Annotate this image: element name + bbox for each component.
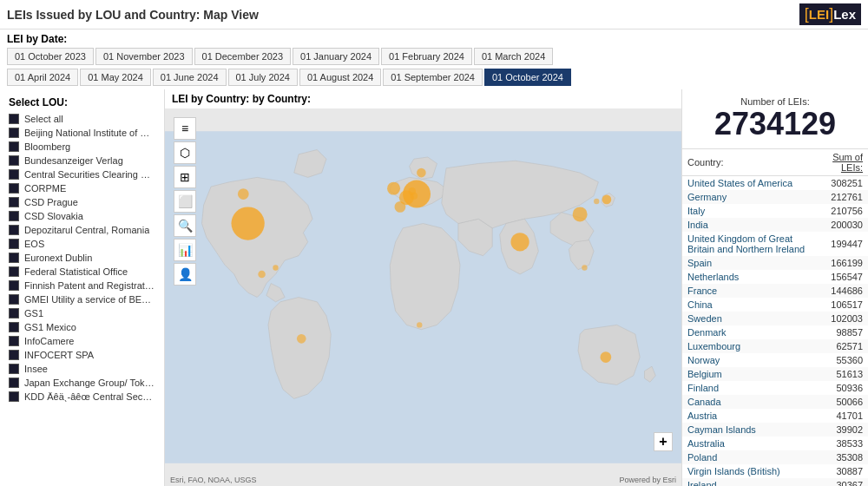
count-cell: 30367 (813, 478, 868, 486)
sidebar-item-3[interactable]: Bundesanzeiger Verlag (0, 154, 164, 167)
table-row[interactable]: Netherlands156547 (682, 270, 868, 284)
country-cell: Poland (682, 450, 813, 464)
table-row[interactable]: Luxembourg62571 (682, 339, 868, 353)
count-cell: 50936 (813, 381, 868, 395)
date-button-7[interactable]: 01 May 2024 (80, 69, 151, 86)
checkbox-11[interactable] (9, 266, 19, 277)
checkbox-1[interactable] (9, 128, 19, 138)
main-content: Select LOU: Select allBeijing National I… (0, 89, 868, 486)
table-row[interactable]: Italy210756 (682, 204, 868, 218)
table-row[interactable]: Ireland30367 (682, 478, 868, 486)
sidebar-item-6[interactable]: CSD Prague (0, 195, 164, 209)
checkbox-4[interactable] (9, 169, 19, 180)
date-button-3[interactable]: 01 January 2024 (293, 48, 379, 65)
date-button-4[interactable]: 01 February 2024 (381, 48, 472, 65)
checkbox-20[interactable] (9, 391, 19, 402)
sidebar-label-4: Central Securities Clearing System... (24, 169, 155, 180)
sidebar-item-1[interactable]: Beijing National Institute of Financi... (0, 126, 164, 140)
sidebar-item-7[interactable]: CSD Slovakia (0, 209, 164, 223)
sidebar-item-18[interactable]: Insee (0, 362, 164, 376)
checkbox-18[interactable] (9, 364, 19, 374)
table-row[interactable]: China106517 (682, 298, 868, 312)
table-row[interactable]: Belgium51613 (682, 367, 868, 381)
table-row[interactable]: Norway55360 (682, 353, 868, 367)
sidebar-item-9[interactable]: EOS (0, 237, 164, 251)
map-tool-menu[interactable]: ≡ (174, 117, 196, 140)
table-row[interactable]: Spain166199 (682, 256, 868, 270)
checkbox-2[interactable] (9, 141, 19, 152)
map-tool-chart[interactable]: 📊 (174, 239, 196, 261)
date-button-1[interactable]: 01 November 2023 (95, 48, 193, 65)
sidebar-label-9: EOS (24, 239, 44, 249)
checkbox-17[interactable] (9, 350, 19, 360)
checkbox-3[interactable] (9, 155, 19, 166)
sidebar-item-11[interactable]: Federal Statistical Office (0, 265, 164, 279)
date-button-10[interactable]: 01 August 2024 (299, 69, 381, 86)
table-row[interactable]: Sweden102003 (682, 312, 868, 325)
lei-count-box: Number of LEIs: 2734129 (682, 89, 868, 149)
sidebar-item-4[interactable]: Central Securities Clearing System... (0, 167, 164, 181)
table-row[interactable]: Finland50936 (682, 381, 868, 395)
checkbox-6[interactable] (9, 197, 19, 207)
sidebar-item-15[interactable]: GS1 Mexico (0, 320, 164, 334)
map-zoom-in[interactable]: + (654, 432, 673, 451)
map-tool-user[interactable]: 👤 (174, 263, 196, 286)
checkbox-8[interactable] (9, 225, 19, 235)
date-button-2[interactable]: 01 December 2023 (194, 48, 292, 65)
sidebar-item-14[interactable]: GS1 (0, 306, 164, 320)
table-row[interactable]: Canada50066 (682, 395, 868, 409)
table-row[interactable]: Germany212761 (682, 190, 868, 204)
checkbox-9[interactable] (9, 239, 19, 249)
sidebar-item-0[interactable]: Select all (0, 112, 164, 126)
table-row[interactable]: Cayman Islands39902 (682, 423, 868, 437)
count-cell: 144686 (813, 284, 868, 298)
sidebar-item-17[interactable]: INFOCERT SPA (0, 348, 164, 362)
date-button-6[interactable]: 01 April 2024 (7, 69, 78, 86)
sidebar-item-13[interactable]: GMEI Utility a service of BED B.V. (0, 292, 164, 306)
table-row[interactable]: India200030 (682, 218, 868, 232)
date-button-8[interactable]: 01 June 2024 (153, 69, 227, 86)
count-cell: 39902 (813, 423, 868, 437)
sidebar-item-12[interactable]: Finnish Patent and Registration Offi... (0, 279, 164, 292)
checkbox-14[interactable] (9, 308, 19, 319)
table-row[interactable]: Virgin Islands (British)30887 (682, 464, 868, 478)
checkbox-19[interactable] (9, 378, 19, 388)
checkbox-15[interactable] (9, 322, 19, 332)
logo: [ LEI ] Lex (799, 3, 861, 25)
table-row[interactable]: Poland35308 (682, 450, 868, 464)
count-cell: 102003 (813, 312, 868, 325)
sidebar-item-10[interactable]: Euronext Dublin (0, 251, 164, 265)
table-row[interactable]: United Kingdom of Great Britain and Nort… (682, 232, 868, 256)
sidebar-item-5[interactable]: CORPME (0, 181, 164, 195)
table-row[interactable]: United States of America308251 (682, 175, 868, 190)
sidebar-item-19[interactable]: Japan Exchange Group/ Tokyo Stoc... (0, 376, 164, 390)
map-tool-search[interactable]: 🔍 (174, 214, 196, 237)
table-row[interactable]: France144686 (682, 284, 868, 298)
table-row[interactable]: Austria41701 (682, 409, 868, 423)
checkbox-16[interactable] (9, 336, 19, 346)
date-button-12[interactable]: 01 October 2024 (484, 69, 571, 86)
map-tool-select[interactable]: ⬜ (174, 190, 196, 213)
checkbox-10[interactable] (9, 253, 19, 263)
date-button-0[interactable]: 01 October 2023 (7, 48, 94, 65)
sidebar-item-8[interactable]: Depozitarul Central, Romania (0, 223, 164, 237)
table-row[interactable]: Denmark98857 (682, 325, 868, 339)
table-row[interactable]: Australia38533 (682, 437, 868, 450)
sidebar-item-20[interactable]: KDD Äêä¸‐âêœ Central Securities C... (0, 390, 164, 404)
checkbox-12[interactable] (9, 280, 19, 291)
date-button-9[interactable]: 01 July 2024 (228, 69, 298, 86)
sidebar-item-16[interactable]: InfoCamere (0, 334, 164, 348)
date-button-5[interactable]: 01 March 2024 (474, 48, 553, 65)
checkbox-0[interactable] (9, 114, 19, 124)
sidebar-items: Select allBeijing National Institute of … (0, 112, 164, 404)
logo-lei-text: LEI (809, 7, 829, 22)
checkbox-5[interactable] (9, 183, 19, 194)
date-button-11[interactable]: 01 September 2024 (383, 69, 483, 86)
sidebar-label-19: Japan Exchange Group/ Tokyo Stoc... (24, 378, 155, 388)
checkbox-7[interactable] (9, 211, 19, 221)
country-cell: Finland (682, 381, 813, 395)
checkbox-13[interactable] (9, 294, 19, 305)
map-tool-layers[interactable]: ⬡ (174, 141, 196, 164)
sidebar-item-2[interactable]: Bloomberg (0, 140, 164, 154)
map-tool-grid[interactable]: ⊞ (174, 166, 196, 188)
